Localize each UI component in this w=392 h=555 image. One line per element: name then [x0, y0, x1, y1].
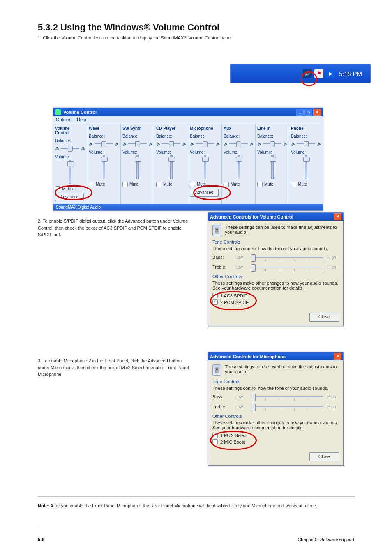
other-controls-desc-2: These settings make other changes to how…	[212, 420, 339, 430]
mute-label: Mute	[96, 182, 105, 187]
balance-label: Balance:	[257, 134, 287, 138]
balance-slider[interactable]: 🔈🔈	[89, 139, 119, 148]
bass-slider[interactable]	[251, 253, 323, 261]
channel-volume-control: Volume ControlBalance:🔈🔈Volume:---------…	[53, 123, 87, 204]
volume-slider[interactable]: ----------	[224, 155, 254, 180]
treble-label-2: Treble:	[212, 404, 231, 409]
speaker-left-icon: 🔈	[156, 141, 160, 146]
mute-checkbox[interactable]	[224, 182, 229, 187]
tray-volume-icon[interactable]: 🔊	[303, 69, 312, 78]
tone-controls-desc-2: These settings control how the tone of y…	[212, 386, 339, 391]
mixer-body: Volume ControlBalance:🔈🔈Volume:---------…	[53, 123, 323, 204]
treble-slider[interactable]	[251, 263, 323, 271]
note: Note: After you enable the Front Panel M…	[38, 502, 334, 509]
channel-name: Microphone	[190, 125, 220, 132]
adv-vol-intro: These settings can be used to make fine …	[225, 225, 339, 235]
balance-slider[interactable]: 🔈🔈	[257, 139, 287, 148]
mic-boost-label: 2 MIC Boost	[220, 440, 245, 444]
pcm-spdif-label: 2 PCM SPDIF	[220, 300, 249, 305]
mute-label: Mute	[163, 182, 172, 187]
channel-line-in: Line InBalance:🔈🔈Volume:----------Mute	[256, 123, 289, 204]
tray-icon-2[interactable]: ⚑	[314, 69, 323, 78]
bass-slider-2[interactable]	[251, 393, 323, 401]
volume-label: Volume:	[55, 154, 85, 159]
volume-slider[interactable]: ----------	[190, 155, 220, 180]
pcm-spdif-checkbox[interactable]	[212, 299, 218, 305]
adv-mic-titlebar[interactable]: Advanced Controls for Microphone ✕	[208, 352, 343, 360]
speaker-left-icon: 🔈	[291, 141, 295, 146]
adv-vol-titlebar[interactable]: Advanced Controls for Volume Control ✕	[208, 213, 343, 221]
speaker-left-icon: 🔈	[89, 141, 93, 146]
speaker-right-icon: 🔈	[182, 141, 186, 146]
mute-label: Mute	[129, 182, 138, 187]
other-controls-desc: These settings make other changes to how…	[212, 281, 339, 290]
balance-slider[interactable]: 🔈🔈	[190, 139, 220, 148]
balance-slider[interactable]: 🔈🔈	[224, 139, 254, 148]
mute-checkbox[interactable]	[156, 182, 161, 187]
advanced-button[interactable]: Advanced	[190, 189, 219, 197]
adv-mic-icon: 🎚️	[212, 364, 221, 376]
balance-slider[interactable]: 🔈🔈	[291, 139, 321, 148]
volume-control-window: Volume Control _ ▭ ✕ Options Help Volume…	[53, 108, 323, 211]
treble-slider-2[interactable]	[251, 403, 323, 410]
step-2: 2. To enable S/PDIF digital output, clic…	[38, 218, 194, 238]
mute-checkbox[interactable]	[257, 182, 263, 187]
maximize-button[interactable]: ▭	[304, 109, 312, 116]
ac3-spdif-checkbox[interactable]	[212, 293, 218, 298]
bass-label: Bass:	[212, 255, 231, 260]
step-3: 3. To enable Microphone 2 in the Front P…	[38, 357, 194, 378]
channel-name: SW Synth	[122, 125, 152, 132]
mute-label: Mute	[231, 182, 240, 187]
menu-options[interactable]: Options	[56, 117, 71, 122]
separator-2	[38, 526, 355, 526]
other-controls-heading-2: Other Controls	[212, 414, 339, 419]
volume-slider[interactable]: ----------	[122, 155, 152, 180]
tray-clock: 5:18 PM	[339, 70, 362, 77]
page-number: 5-8	[38, 537, 44, 542]
separator-1	[38, 496, 355, 497]
volume-label: Volume:	[224, 150, 254, 154]
mute-checkbox[interactable]	[89, 182, 94, 187]
volume-slider[interactable]: ----------	[291, 155, 321, 180]
tone-controls-heading-2: Tone Controls	[212, 379, 339, 384]
volume-label: Volume:	[190, 150, 220, 154]
mute-checkbox[interactable]	[190, 182, 195, 187]
balance-slider[interactable]: 🔈🔈	[156, 139, 186, 148]
treble-high-2: High	[327, 405, 339, 409]
minimize-button[interactable]: _	[296, 109, 304, 116]
mute-checkbox[interactable]	[55, 186, 60, 191]
adv-vol-close-button[interactable]: Close	[309, 313, 339, 322]
menu-help[interactable]: Help	[77, 117, 86, 122]
balance-label: Balance:	[224, 134, 254, 138]
adv-mic-close-x[interactable]: ✕	[334, 353, 341, 360]
titlebar[interactable]: Volume Control _ ▭ ✕	[53, 108, 323, 116]
adv-vol-close-x[interactable]: ✕	[334, 213, 341, 220]
treble-label: Treble:	[212, 265, 231, 269]
volume-label: Volume:	[89, 150, 119, 154]
adv-vol-title: Advanced Controls for Volume Control	[210, 214, 293, 219]
mute-checkbox[interactable]	[291, 182, 296, 187]
balance-slider[interactable]: 🔈🔈	[122, 139, 152, 148]
adv-mic-close-button[interactable]: Close	[309, 452, 339, 461]
bass-label-2: Bass:	[212, 394, 231, 399]
mic-boost-checkbox[interactable]	[212, 439, 218, 444]
treble-high: High	[327, 265, 339, 269]
other-controls-heading: Other Controls	[212, 274, 339, 279]
balance-label: Balance:	[89, 134, 119, 138]
status-bar: SoundMAX Digital Audio	[53, 204, 323, 210]
tray-icon-3[interactable]: ▶	[326, 69, 335, 78]
balance-label: Balance:	[122, 134, 152, 138]
volume-slider[interactable]: ----------	[257, 155, 287, 180]
advanced-button[interactable]: Advanced	[55, 193, 84, 201]
volume-slider[interactable]: ----------	[89, 155, 119, 180]
balance-slider[interactable]: 🔈🔈	[55, 144, 85, 153]
speaker-right-icon: 🔈	[115, 141, 119, 146]
close-button[interactable]: ✕	[313, 109, 321, 116]
volume-label: Volume:	[257, 150, 287, 154]
volume-slider[interactable]: ----------	[55, 160, 85, 184]
mic2-select-checkbox[interactable]	[212, 433, 218, 438]
balance-label: Balance:	[291, 134, 321, 138]
volume-slider[interactable]: ----------	[156, 155, 186, 180]
mute-checkbox[interactable]	[122, 182, 128, 187]
channel-wave: WaveBalance:🔈🔈Volume:----------Mute	[87, 123, 121, 204]
